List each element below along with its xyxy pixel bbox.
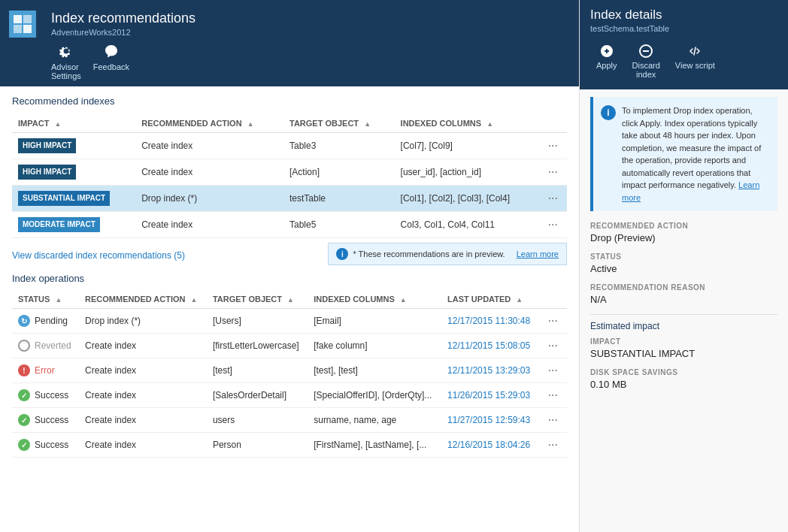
ops-ellipsis-cell: ··· — [539, 408, 567, 433]
info-box-message: To implement Drop index operation, click… — [622, 106, 761, 189]
svg-rect-2 — [14, 25, 22, 33]
ops-columns-cell: [SpecialOfferID], [OrderQty]... — [308, 383, 441, 408]
ops-row-menu-button[interactable]: ··· — [545, 364, 561, 377]
sort-icon-ops-action: ▲ — [191, 296, 198, 304]
ops-target-cell: [SalesOrderDetail] — [207, 383, 308, 408]
ops-status-cell: ✓ Success — [12, 433, 79, 458]
ops-row-menu-button[interactable]: ··· — [545, 388, 561, 402]
ops-col-status[interactable]: STATUS ▲ — [12, 290, 79, 309]
index-operation-row[interactable]: Reverted Create index [firstLetterLowerc… — [12, 334, 567, 358]
detail-label-recommended-action: RECOMMENDED ACTION — [590, 222, 777, 230]
divider — [590, 314, 777, 315]
col-impact[interactable]: IMPACT ▲ — [12, 114, 135, 133]
index-operation-row[interactable]: ! Error Create index [test] [test], [tes… — [12, 358, 567, 383]
preview-notice-text: * These recommendations are in preview. — [353, 249, 505, 258]
ops-action-cell: Drop index (*) — [79, 309, 207, 334]
recommended-index-row[interactable]: HIGH IMPACT Create index Table3 [Col7], … — [12, 133, 567, 159]
right-content: i To implement Drop index operation, cli… — [580, 89, 788, 532]
ops-col-columns[interactable]: INDEXED COLUMNS ▲ — [308, 290, 441, 309]
advisor-settings-button[interactable]: AdvisorSettings — [51, 43, 81, 80]
right-header: Index details testSchema.testTable Apply… — [580, 0, 788, 89]
detail-status: STATUS Active — [590, 252, 777, 274]
rec-row-menu-button[interactable]: ··· — [545, 192, 561, 205]
header-actions: AdvisorSettings Feedback — [51, 43, 567, 80]
ops-row-menu-button[interactable]: ··· — [545, 438, 561, 452]
ops-ellipsis-cell: ··· — [539, 383, 567, 408]
detail-label-status: STATUS — [590, 252, 777, 261]
advisor-settings-label: AdvisorSettings — [51, 62, 81, 80]
view-script-button[interactable]: View script — [669, 41, 721, 82]
status-label: Pending — [35, 316, 68, 326]
view-discarded-link[interactable]: View discarded index recommendations (5) — [12, 250, 185, 261]
ops-row-menu-button[interactable]: ··· — [545, 314, 561, 328]
estimated-impact-title: Estimated impact — [590, 321, 777, 331]
recommended-indexes-table: IMPACT ▲ RECOMMENDED ACTION ▲ TARGET OBJ… — [12, 114, 567, 238]
rec-row-menu-button[interactable]: ··· — [545, 139, 561, 153]
ops-updated-cell: 11/26/2015 15:29:03 — [441, 383, 539, 408]
right-panel-title: Index details — [590, 8, 777, 23]
right-actions: Apply Discardindex View script — [590, 41, 777, 82]
status-cell: ✓ Success — [18, 414, 73, 426]
col-recommended-action[interactable]: RECOMMENDED ACTION ▲ — [135, 114, 283, 133]
recommended-index-row[interactable]: SUBSTANTIAL IMPACT Drop index (*) testTa… — [12, 186, 567, 212]
status-cell: ✓ Success — [18, 389, 73, 401]
index-operation-row[interactable]: ✓ Success Create index [SalesOrderDetail… — [12, 383, 567, 408]
view-script-label: View script — [675, 61, 715, 70]
rec-impact-cell: HIGH IMPACT — [12, 159, 135, 186]
ops-col-updated[interactable]: LAST UPDATED ▲ — [441, 290, 539, 309]
apply-button[interactable]: Apply — [590, 41, 623, 82]
sort-icon-columns: ▲ — [486, 120, 493, 128]
app-subtitle: AdventureWorks2012 — [51, 28, 567, 37]
discard-label: Discardindex — [632, 61, 660, 79]
ops-col-actions-header — [539, 290, 567, 309]
ops-updated-cell: 11/27/2015 12:59:43 — [441, 408, 539, 433]
status-cell: ✓ Success — [18, 439, 73, 451]
col-target-object[interactable]: TARGET OBJECT ▲ — [283, 114, 395, 133]
status-cell: ! Error — [18, 364, 73, 376]
rec-impact-cell: HIGH IMPACT — [12, 133, 135, 159]
disk-space-value: 0.10 MB — [590, 379, 777, 390]
rec-action-cell: Create index — [135, 133, 283, 159]
ops-updated-cell: 12/17/2015 11:30:48 — [441, 309, 539, 334]
status-error-icon: ! — [18, 364, 30, 376]
status-success-icon: ✓ — [18, 414, 30, 426]
app-title: Index recommendations — [51, 11, 567, 26]
impact-badge: SUBSTANTIAL IMPACT — [18, 191, 110, 206]
ops-action-cell: Create index — [79, 408, 207, 433]
index-operation-row[interactable]: ✓ Success Create index Person [FirstName… — [12, 433, 567, 458]
rec-impact-cell: MODERATE IMPACT — [12, 212, 135, 238]
ops-columns-cell: [fake column] — [308, 334, 441, 358]
sort-icon-ops-columns: ▲ — [400, 296, 407, 304]
rec-target-cell: testTable — [283, 186, 395, 212]
feedback-button[interactable]: Feedback — [93, 43, 129, 80]
index-operation-row[interactable]: ✓ Success Create index users surname, na… — [12, 408, 567, 433]
impact-label: IMPACT — [590, 337, 777, 346]
sort-icon-impact: ▲ — [54, 120, 61, 128]
preview-learn-more-link[interactable]: Learn more — [517, 249, 559, 258]
sort-icon-target: ▲ — [364, 120, 371, 128]
status-success-icon: ✓ — [18, 389, 30, 401]
status-reverted-icon — [18, 340, 30, 352]
discard-index-button[interactable]: Discardindex — [626, 41, 666, 82]
impact-badge: HIGH IMPACT — [18, 138, 76, 153]
left-header: Index recommendations AdventureWorks2012… — [0, 0, 579, 86]
detail-value-recommended-action: Drop (Preview) — [590, 232, 777, 243]
recommended-index-row[interactable]: MODERATE IMPACT Create index Table5 Col3… — [12, 212, 567, 238]
ops-col-target[interactable]: TARGET OBJECT ▲ — [207, 290, 308, 309]
ops-target-cell: Person — [207, 433, 308, 458]
rec-columns-cell: [user_id], [action_id] — [395, 159, 539, 186]
ops-row-menu-button[interactable]: ··· — [545, 339, 561, 352]
impact-detail: IMPACT SUBSTANTIAL IMPACT — [590, 337, 777, 359]
col-indexed-columns[interactable]: INDEXED COLUMNS ▲ — [395, 114, 539, 133]
detail-recommendation-reason: RECOMMENDATION REASON N/A — [590, 283, 777, 305]
index-operation-row[interactable]: ↻ Pending Drop index (*) [Users] [Email]… — [12, 309, 567, 334]
ops-col-action[interactable]: RECOMMENDED ACTION ▲ — [79, 290, 207, 309]
recommended-index-row[interactable]: HIGH IMPACT Create index [Action] [user_… — [12, 159, 567, 186]
rec-row-menu-button[interactable]: ··· — [545, 165, 561, 179]
ops-row-menu-button[interactable]: ··· — [545, 413, 561, 427]
rec-row-menu-button[interactable]: ··· — [545, 218, 561, 231]
ops-columns-cell: [test], [test] — [308, 358, 441, 383]
status-label: Success — [35, 440, 68, 450]
ops-ellipsis-cell: ··· — [539, 334, 567, 358]
sort-icon-status: ▲ — [55, 296, 62, 304]
